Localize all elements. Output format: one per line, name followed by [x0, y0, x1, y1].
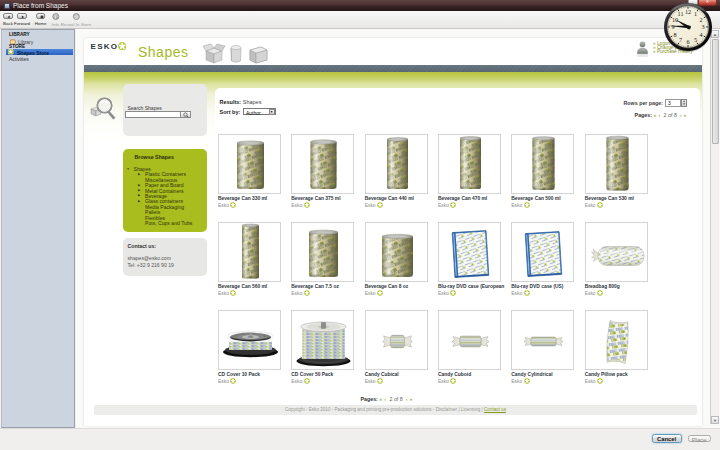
svg-text:1: 1: [694, 10, 697, 17]
svg-text:6: 6: [686, 38, 689, 45]
svg-text:5: 5: [694, 36, 697, 43]
svg-text:9: 9: [671, 23, 674, 30]
svg-text:11: 11: [678, 10, 684, 17]
svg-text:8: 8: [673, 31, 676, 38]
svg-text:7: 7: [679, 36, 682, 43]
svg-text:2: 2: [699, 16, 702, 23]
svg-text:4: 4: [699, 31, 702, 38]
svg-text:3: 3: [701, 23, 704, 30]
svg-text:12: 12: [685, 8, 691, 15]
